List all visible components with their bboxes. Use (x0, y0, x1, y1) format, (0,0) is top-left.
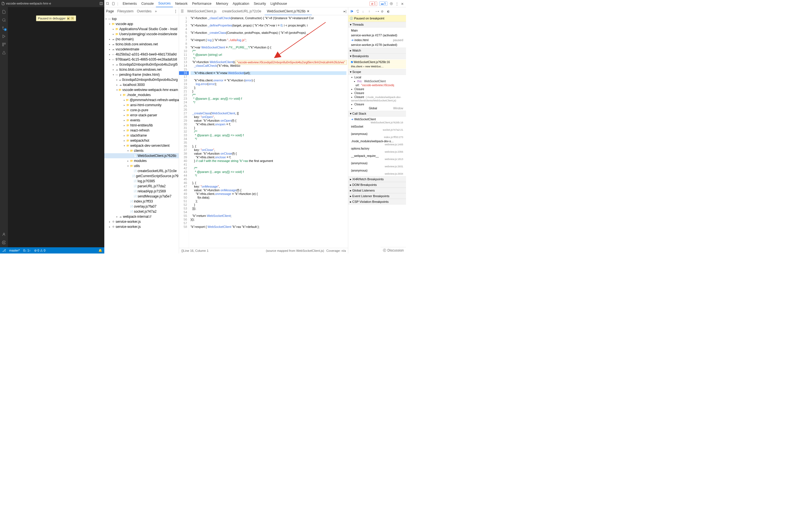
tree-item[interactable]: ▸☁localhost:3000 (104, 82, 179, 87)
devtools-tab-console[interactable]: Console (139, 0, 156, 7)
scope-local[interactable]: ▾ Local (348, 75, 406, 79)
overrides-subtab[interactable]: Overrides (137, 9, 151, 13)
more-subtabs[interactable]: » (155, 9, 157, 13)
tree-item[interactable]: ▸📁core-js-pure (104, 108, 179, 113)
devtools-tab-elements[interactable]: Elements (120, 0, 139, 7)
tree-item[interactable]: 📄getCurrentScriptSource.js?9 (104, 173, 179, 179)
problems-status[interactable]: ⊘ 0 ⚠ 0 (34, 249, 45, 252)
step-over-button[interactable] (356, 9, 360, 13)
page-subtab[interactable]: Page (106, 9, 114, 13)
thread-item[interactable]: ➜ index.htmlpaused (348, 38, 406, 43)
tree-item[interactable]: ▾▭pending-frame (index.html) (104, 72, 179, 77)
device-icon[interactable] (112, 2, 115, 5)
tree-item[interactable]: ▸☁0csvdqa52mbopn8u0m5pvob4tu2srg (104, 77, 179, 82)
braces-icon[interactable]: {} (181, 249, 183, 252)
scm-icon[interactable]: 5 (2, 26, 6, 30)
tree-item[interactable]: ▾📁vscode-webview-webpack-hmr-exam (104, 87, 179, 93)
tree-item[interactable]: 📄log.js?0385 (104, 179, 179, 184)
section-header[interactable]: ▸ DOM Breakpoints (348, 182, 406, 187)
discussion-link[interactable]: ⓒ Discussion (380, 247, 406, 254)
tree-item[interactable]: ▾▭976baa41-6c15-4865-b335-ee28adafcb8 (104, 57, 179, 62)
tree-item[interactable]: 📄socket.js?47a2 (104, 209, 179, 214)
sync-status[interactable]: 0↓ 1↑ (23, 249, 31, 252)
devtools-tab-sources[interactable]: Sources (156, 0, 173, 7)
devtools-tab-network[interactable]: Network (173, 0, 190, 7)
tree-item[interactable]: ▸📁webpack/hot (104, 138, 179, 143)
callstack-item[interactable]: __webpack_require__webview.js:1813 (348, 154, 406, 161)
tree-item[interactable]: ▸⚙service-worker.js (104, 219, 179, 224)
filesystem-subtab[interactable]: Filesystem (117, 9, 133, 13)
tree-item[interactable]: ▸⚙service-worker.js (104, 224, 179, 229)
account-icon[interactable] (2, 232, 6, 236)
tree-item[interactable]: 📄createSocketURL.js?2c0e (104, 168, 179, 173)
pause-exception-button[interactable]: ◐ (387, 9, 391, 13)
editor-tab[interactable]: createSocketURL.js?2c0e (220, 7, 264, 15)
error-count[interactable]: ⊘ 1 (369, 1, 377, 6)
devtools-tab-memory[interactable]: Memory (214, 0, 231, 7)
tree-item[interactable]: ▸📁stackframe (104, 133, 179, 138)
callstack-item[interactable]: options.factorywebview.js:2356 (348, 147, 406, 154)
test-icon[interactable] (2, 51, 6, 55)
tree-item[interactable]: ▸📁modules (104, 158, 179, 163)
tree-item[interactable]: ▾📁vscode-app (104, 21, 179, 26)
editor-tab[interactable]: WebSocketClient.js (185, 7, 219, 15)
callstack-item[interactable]: ➜ WebSocketClientWebSocketClient.js?626b… (348, 117, 406, 125)
search-icon[interactable] (2, 18, 6, 22)
branch-icon[interactable]: ⎇ (2, 249, 6, 252)
gear-icon[interactable] (390, 2, 393, 5)
deactivate-bp-button[interactable]: ⊘ (381, 9, 385, 13)
thread-item[interactable]: service-worker.js #277 (activated) (348, 33, 406, 38)
tree-item[interactable]: ▾📁./node_modules (104, 93, 179, 98)
editor-tab-active[interactable]: WebSocketClient.js?626b ✕ (265, 7, 312, 15)
tree-item[interactable]: ▾📁utils (104, 163, 179, 168)
tree-item[interactable]: ▸☁ticino.blob.core.windows.net (104, 42, 179, 47)
step-out-button[interactable]: ↑ (368, 9, 372, 13)
threads-header[interactable]: ▾ Threads (348, 22, 406, 27)
inspect-icon[interactable] (106, 2, 109, 5)
breakpoint-item[interactable]: WebSocketClient.js?626b:16 (348, 60, 406, 64)
close-icon[interactable]: ✕ (401, 2, 404, 5)
devtools-tab-performance[interactable]: Performance (190, 0, 214, 7)
resume-button[interactable] (350, 9, 354, 13)
subtab-more-icon[interactable]: ⋮ (174, 9, 177, 13)
step-icon[interactable]: ↷ (71, 17, 74, 20)
more-icon[interactable]: ⋮ (395, 2, 399, 5)
callstack-item[interactable]: (anonymous)webview.js:2931 (348, 161, 406, 168)
devtools-tab-lighthouse[interactable]: Lighthouse (268, 0, 289, 7)
thread-item[interactable]: service-worker.js #278 (activated) (348, 43, 406, 47)
tab-list-icon[interactable]: ☰ (181, 9, 184, 13)
show-navigator-icon[interactable]: ▸| (344, 9, 346, 13)
watch-header[interactable]: ▸ Watch (348, 48, 406, 54)
devtools-tab-application[interactable]: Application (231, 0, 252, 7)
explorer-icon[interactable] (2, 10, 6, 14)
tree-item[interactable]: ▾📁webpack-dev-server/client (104, 143, 179, 148)
callstack-item[interactable]: ./node_modules/webpack-dev-s…webview.js:… (348, 139, 406, 147)
settings-icon[interactable] (2, 240, 6, 244)
tree-item[interactable]: ▸📁html-entities/lib (104, 123, 179, 128)
breakpoint-checkbox[interactable] (351, 61, 353, 63)
close-tab-icon[interactable]: ✕ (307, 9, 310, 13)
scope-header[interactable]: ▾ Scope (348, 69, 406, 75)
section-header[interactable]: ▸ Global Listeners (348, 187, 406, 193)
bell-icon[interactable]: 🔔 (98, 249, 102, 252)
extensions-icon[interactable] (2, 43, 6, 47)
tree-item[interactable]: ▸☁0csvdqa52mbopn8u0m5pvob4tu2srgl5 (104, 62, 179, 67)
callstack-item[interactable]: (anonymous)index.js?ff33:273 (348, 132, 406, 139)
resume-icon[interactable]: ▶ (67, 17, 70, 20)
tree-item[interactable]: ▾▭top (104, 16, 179, 21)
step-button[interactable]: →• (375, 9, 378, 13)
split-editor-icon[interactable] (100, 2, 103, 5)
tree-item[interactable]: ▸📁Users/yutengjing/.vscode-insiders/exte (104, 32, 179, 37)
section-header[interactable]: ▸ CSP Violation Breakpoints (348, 199, 406, 205)
tree-item[interactable]: ▸☁vscodetextmate (104, 47, 179, 52)
step-into-button[interactable]: ↓ (362, 9, 366, 13)
breakpoints-header[interactable]: ▾ Breakpoints (348, 54, 406, 59)
branch-name[interactable]: master* (9, 249, 20, 252)
callstack-header[interactable]: ▾ Call Stack (348, 111, 406, 117)
tree-item[interactable]: ▸☁webpack-internal:// (104, 214, 179, 219)
section-header[interactable]: ▸ Event Listener Breakpoints (348, 193, 406, 199)
code-editor[interactable]: 1234567891011121314151617181920212223242… (179, 15, 348, 248)
tree-item[interactable]: 📄reloadApp.js?1569 (104, 189, 179, 194)
tree-item[interactable]: 📄WebSocketClient.js?626b (104, 153, 179, 158)
callstack-item[interactable]: (anonymous)webview.js:2934 (348, 168, 406, 176)
